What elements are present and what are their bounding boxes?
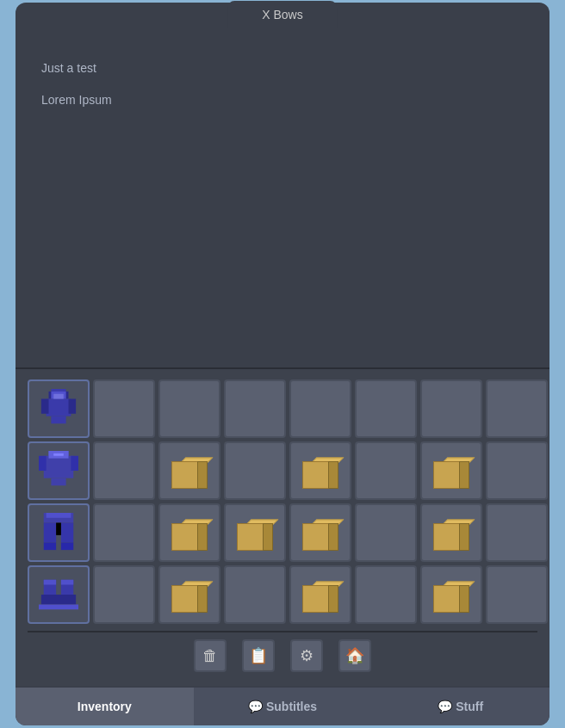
svg-rect-4: [41, 399, 49, 414]
inventory-section: 🗑 📋 ⚙ 🏠: [16, 367, 549, 686]
svg-rect-15: [51, 478, 59, 486]
svg-rect-3: [47, 399, 71, 416]
svg-rect-30: [59, 605, 78, 610]
svg-rect-17: [53, 453, 64, 456]
cube-item: [302, 577, 338, 613]
inv-cell-r2c2[interactable]: [93, 441, 155, 500]
svg-rect-5: [69, 399, 77, 414]
svg-rect-24: [56, 523, 61, 535]
svg-rect-16: [59, 478, 66, 486]
inv-cell-r4c8[interactable]: [486, 565, 548, 624]
cube-item: [433, 515, 469, 551]
inv-cell-r4c4[interactable]: [224, 565, 286, 624]
trash-button[interactable]: 🗑: [194, 639, 227, 672]
inv-cell-r4c6[interactable]: [355, 565, 417, 624]
inv-cell-r3c2[interactable]: [93, 503, 155, 562]
cube-item: [171, 453, 208, 489]
content-line2: Lorem Ipsum: [41, 89, 524, 111]
svg-rect-32: [61, 580, 73, 585]
inv-cell-r3c3[interactable]: [158, 503, 220, 562]
tab-stuff-label: Stuff: [456, 700, 483, 713]
tab-stuff[interactable]: 💬Stuff: [371, 686, 549, 725]
inv-cell-r4c7[interactable]: [420, 565, 482, 624]
cube-item: [433, 577, 469, 613]
tab-subtitles[interactable]: 💬Subtitles: [194, 686, 372, 725]
cube-item: [302, 515, 338, 551]
inv-cell-equip-shirt[interactable]: [28, 441, 90, 500]
svg-rect-7: [53, 394, 64, 399]
settings-button[interactable]: ⚙: [290, 639, 323, 672]
inv-cell-r2c5[interactable]: [289, 441, 351, 500]
armor-dark-icon: [39, 389, 78, 429]
window-title: X Bows: [262, 8, 302, 22]
inv-cell-r2c6[interactable]: [355, 441, 417, 500]
shirt-icon: [39, 451, 78, 490]
inv-cell-r4c3[interactable]: [158, 565, 220, 624]
inv-cell-r1c4[interactable]: [224, 379, 286, 438]
inv-cell-r1c2[interactable]: [93, 379, 155, 438]
inv-cell-r3c6[interactable]: [355, 503, 417, 562]
inv-cell-equip-boots[interactable]: [28, 565, 90, 624]
tab-stuff-icon: 💬: [438, 700, 452, 713]
svg-rect-22: [61, 543, 73, 551]
svg-rect-20: [61, 523, 73, 543]
svg-rect-12: [39, 456, 47, 471]
cube-item: [171, 577, 208, 613]
inv-cell-r3c5[interactable]: [289, 503, 351, 562]
svg-rect-19: [44, 523, 56, 543]
svg-rect-28: [59, 595, 76, 605]
svg-rect-8: [51, 416, 59, 424]
boots-icon: [39, 575, 78, 614]
inv-cell-r1c7[interactable]: [420, 379, 482, 438]
tab-inventory-label: Inventory: [78, 700, 132, 713]
inv-cell-r2c3[interactable]: [158, 441, 220, 500]
tab-inventory[interactable]: Inventory: [16, 686, 194, 725]
inv-cell-r2c7[interactable]: [420, 441, 482, 500]
content-area: Just a test Lorem Ipsum: [16, 40, 549, 367]
svg-rect-31: [44, 580, 56, 585]
inv-cell-equip-armor[interactable]: [28, 379, 90, 438]
title-bar: X Bows: [227, 1, 337, 28]
svg-rect-13: [71, 456, 78, 471]
inv-cell-r4c2[interactable]: [93, 565, 155, 624]
inv-cell-r1c3[interactable]: [158, 379, 220, 438]
inv-cell-r3c7[interactable]: [420, 503, 482, 562]
cube-item: [433, 453, 469, 489]
inv-cell-r2c4[interactable]: [224, 441, 286, 500]
svg-rect-21: [44, 543, 56, 551]
inventory-grid: [28, 379, 537, 624]
inv-cell-r2c8[interactable]: [486, 441, 548, 500]
cube-item: [171, 515, 208, 551]
main-window: X Bows Just a test Lorem Ipsum: [16, 3, 549, 725]
legging-icon: [39, 513, 78, 552]
inv-cell-r3c4[interactable]: [224, 503, 286, 562]
home-button[interactable]: 🏠: [338, 639, 371, 672]
inv-cell-r1c8[interactable]: [486, 379, 548, 438]
svg-rect-27: [41, 595, 59, 605]
inv-cell-r3c8[interactable]: [486, 503, 548, 562]
cube-item: [237, 515, 273, 551]
svg-rect-23: [47, 513, 71, 518]
svg-rect-9: [59, 416, 66, 424]
inv-cell-r1c5[interactable]: [289, 379, 351, 438]
list-button[interactable]: 📋: [242, 639, 275, 672]
content-line1: Just a test: [41, 58, 524, 79]
tab-subtitles-icon: 💬: [248, 700, 263, 713]
tab-subtitles-label: Subtitles: [266, 700, 317, 713]
toolbar: 🗑 📋 ⚙ 🏠: [28, 631, 537, 676]
tab-bar: Inventory 💬Subtitles 💬Stuff: [16, 686, 549, 725]
svg-rect-29: [39, 605, 59, 610]
inv-cell-equip-legging[interactable]: [28, 503, 90, 562]
cube-item: [302, 453, 338, 489]
inv-cell-r4c5[interactable]: [289, 565, 351, 624]
inv-cell-r1c6[interactable]: [355, 379, 417, 438]
svg-rect-11: [44, 456, 74, 478]
